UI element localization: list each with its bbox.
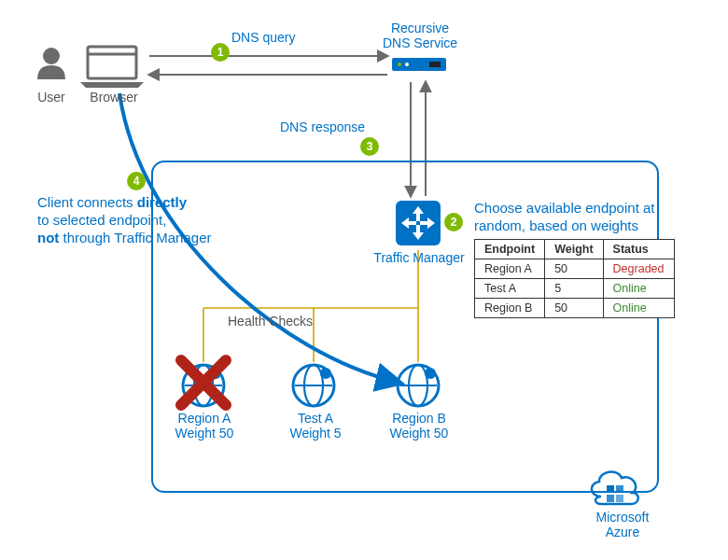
svg-point-4: [398, 63, 401, 66]
endpoint-region-b-label: Region BWeight 50: [386, 411, 452, 441]
dns-query-label: DNS query: [231, 30, 295, 45]
browser-label: Browser: [86, 90, 142, 105]
azure-logo-label: Microsoft Azure: [588, 510, 657, 539]
svg-point-5: [405, 63, 409, 66]
col-weight: Weight: [545, 240, 603, 259]
browser-icon: [80, 47, 144, 88]
status-badge: Degraded: [603, 259, 674, 279]
step-badge-2: 2: [444, 213, 463, 231]
dns-response-label: DNS response: [280, 119, 365, 134]
table-row: Region A 50 Degraded: [475, 259, 675, 279]
status-badge: Online: [603, 299, 674, 318]
endpoint-test-a-label: Test AWeight 5: [283, 411, 348, 441]
choose-endpoint-note: Choose available endpoint at random, bas…: [474, 200, 689, 235]
health-checks-label: Health Checks: [228, 314, 313, 329]
step-badge-3: 3: [360, 137, 379, 156]
table-header-row: Endpoint Weight Status: [475, 240, 675, 259]
svg-rect-1: [88, 47, 136, 78]
step-badge-4: 4: [127, 172, 146, 190]
status-badge: Online: [603, 279, 674, 299]
svg-point-0: [43, 48, 60, 64]
svg-rect-30: [616, 495, 623, 502]
col-endpoint: Endpoint: [475, 240, 545, 259]
endpoints-table: Endpoint Weight Status Region A 50 Degra…: [474, 239, 675, 318]
dns-service-icon: [392, 58, 446, 71]
traffic-manager-label: Traffic Manager: [371, 250, 467, 265]
step-badge-1: 1: [211, 43, 230, 62]
table-row: Test A 5 Online: [475, 279, 675, 299]
endpoint-region-a-label: Region AWeight 50: [172, 411, 237, 441]
client-direct-note: Client connects directly to selected end…: [37, 194, 252, 246]
col-status: Status: [603, 240, 674, 259]
svg-rect-29: [607, 495, 614, 502]
svg-rect-6: [429, 62, 441, 67]
dns-service-label: Recursive DNS Service: [373, 21, 467, 50]
table-row: Region B 50 Online: [475, 299, 675, 318]
user-icon: [37, 48, 65, 79]
user-label: User: [35, 90, 68, 105]
